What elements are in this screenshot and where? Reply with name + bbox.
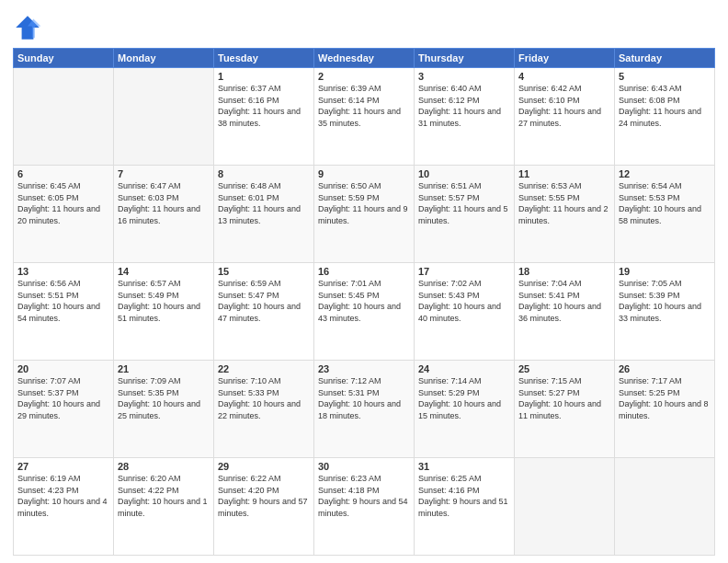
logo-icon [13,13,42,42]
logo [13,13,46,42]
day-number: 12 [619,168,711,179]
day-header-sunday: Sunday [14,49,114,68]
day-number: 28 [118,461,210,472]
calendar-cell: 16Sunrise: 7:01 AM Sunset: 5:45 PM Dayli… [314,263,415,361]
day-info: Sunrise: 6:56 AM Sunset: 5:51 PM Dayligh… [17,278,109,324]
calendar-cell [615,458,715,556]
calendar-cell: 27Sunrise: 6:19 AM Sunset: 4:23 PM Dayli… [14,458,114,556]
day-number: 19 [619,266,711,277]
calendar-cell: 31Sunrise: 6:25 AM Sunset: 4:16 PM Dayli… [415,458,515,556]
day-number: 30 [318,461,410,472]
day-info: Sunrise: 7:04 AM Sunset: 5:41 PM Dayligh… [518,278,610,324]
day-header-tuesday: Tuesday [214,49,314,68]
week-row-3: 13Sunrise: 6:56 AM Sunset: 5:51 PM Dayli… [14,263,715,361]
calendar-cell [114,68,214,166]
day-info: Sunrise: 6:51 AM Sunset: 5:57 PM Dayligh… [418,180,510,226]
calendar-cell: 14Sunrise: 6:57 AM Sunset: 5:49 PM Dayli… [114,263,214,361]
day-header-saturday: Saturday [615,49,715,68]
day-info: Sunrise: 6:19 AM Sunset: 4:23 PM Dayligh… [17,473,109,519]
calendar-cell: 17Sunrise: 7:02 AM Sunset: 5:43 PM Dayli… [415,263,515,361]
calendar-cell: 4Sunrise: 6:42 AM Sunset: 6:10 PM Daylig… [515,68,615,166]
calendar-cell: 28Sunrise: 6:20 AM Sunset: 4:22 PM Dayli… [114,458,214,556]
day-header-friday: Friday [515,49,615,68]
day-number: 21 [118,363,210,374]
day-number: 17 [418,266,510,277]
day-number: 5 [619,71,711,82]
calendar-cell: 15Sunrise: 6:59 AM Sunset: 5:47 PM Dayli… [214,263,314,361]
calendar-cell: 1Sunrise: 6:37 AM Sunset: 6:16 PM Daylig… [214,68,314,166]
day-number: 23 [318,363,410,374]
day-info: Sunrise: 6:23 AM Sunset: 4:18 PM Dayligh… [318,473,410,519]
day-number: 10 [418,168,510,179]
calendar: SundayMondayTuesdayWednesdayThursdayFrid… [13,48,715,556]
week-row-2: 6Sunrise: 6:45 AM Sunset: 6:05 PM Daylig… [14,166,715,263]
calendar-cell: 22Sunrise: 7:10 AM Sunset: 5:33 PM Dayli… [214,361,314,458]
day-number: 15 [218,266,310,277]
day-number: 31 [418,461,510,472]
day-number: 26 [619,363,711,374]
day-info: Sunrise: 7:10 AM Sunset: 5:33 PM Dayligh… [218,375,310,421]
calendar-cell: 7Sunrise: 6:47 AM Sunset: 6:03 PM Daylig… [114,166,214,263]
day-number: 2 [318,71,410,82]
day-info: Sunrise: 6:47 AM Sunset: 6:03 PM Dayligh… [118,180,210,226]
calendar-cell: 25Sunrise: 7:15 AM Sunset: 5:27 PM Dayli… [515,361,615,458]
day-info: Sunrise: 6:42 AM Sunset: 6:10 PM Dayligh… [518,83,610,129]
day-number: 11 [518,168,610,179]
day-info: Sunrise: 7:05 AM Sunset: 5:39 PM Dayligh… [619,278,711,324]
day-info: Sunrise: 7:09 AM Sunset: 5:35 PM Dayligh… [118,375,210,421]
day-number: 22 [218,363,310,374]
day-info: Sunrise: 6:22 AM Sunset: 4:20 PM Dayligh… [218,473,310,519]
calendar-cell: 26Sunrise: 7:17 AM Sunset: 5:25 PM Dayli… [615,361,715,458]
calendar-cell [515,458,615,556]
day-info: Sunrise: 7:02 AM Sunset: 5:43 PM Dayligh… [418,278,510,324]
day-info: Sunrise: 6:48 AM Sunset: 6:01 PM Dayligh… [218,180,310,226]
calendar-cell [14,68,114,166]
day-info: Sunrise: 6:57 AM Sunset: 5:49 PM Dayligh… [118,278,210,324]
calendar-cell: 3Sunrise: 6:40 AM Sunset: 6:12 PM Daylig… [415,68,515,166]
calendar-cell: 30Sunrise: 6:23 AM Sunset: 4:18 PM Dayli… [314,458,415,556]
day-info: Sunrise: 7:15 AM Sunset: 5:27 PM Dayligh… [518,375,610,421]
day-info: Sunrise: 7:12 AM Sunset: 5:31 PM Dayligh… [318,375,410,421]
week-row-4: 20Sunrise: 7:07 AM Sunset: 5:37 PM Dayli… [14,361,715,458]
svg-marker-0 [16,16,40,40]
day-number: 14 [118,266,210,277]
calendar-cell: 21Sunrise: 7:09 AM Sunset: 5:35 PM Dayli… [114,361,214,458]
day-info: Sunrise: 6:39 AM Sunset: 6:14 PM Dayligh… [318,83,410,129]
calendar-cell: 8Sunrise: 6:48 AM Sunset: 6:01 PM Daylig… [214,166,314,263]
day-number: 18 [518,266,610,277]
day-header-monday: Monday [114,49,214,68]
calendar-cell: 13Sunrise: 6:56 AM Sunset: 5:51 PM Dayli… [14,263,114,361]
calendar-cell: 10Sunrise: 6:51 AM Sunset: 5:57 PM Dayli… [415,166,515,263]
day-header-thursday: Thursday [415,49,515,68]
calendar-cell: 24Sunrise: 7:14 AM Sunset: 5:29 PM Dayli… [415,361,515,458]
calendar-cell: 11Sunrise: 6:53 AM Sunset: 5:55 PM Dayli… [515,166,615,263]
day-info: Sunrise: 6:37 AM Sunset: 6:16 PM Dayligh… [218,83,310,129]
day-number: 13 [17,266,109,277]
day-info: Sunrise: 6:43 AM Sunset: 6:08 PM Dayligh… [619,83,711,129]
day-number: 29 [218,461,310,472]
day-number: 24 [418,363,510,374]
day-number: 9 [318,168,410,179]
day-info: Sunrise: 6:20 AM Sunset: 4:22 PM Dayligh… [118,473,210,519]
calendar-header-row: SundayMondayTuesdayWednesdayThursdayFrid… [14,49,715,68]
calendar-cell: 9Sunrise: 6:50 AM Sunset: 5:59 PM Daylig… [314,166,415,263]
calendar-cell: 6Sunrise: 6:45 AM Sunset: 6:05 PM Daylig… [14,166,114,263]
calendar-cell: 2Sunrise: 6:39 AM Sunset: 6:14 PM Daylig… [314,68,415,166]
calendar-cell: 20Sunrise: 7:07 AM Sunset: 5:37 PM Dayli… [14,361,114,458]
day-number: 1 [218,71,310,82]
calendar-cell: 19Sunrise: 7:05 AM Sunset: 5:39 PM Dayli… [615,263,715,361]
day-info: Sunrise: 6:45 AM Sunset: 6:05 PM Dayligh… [17,180,109,226]
week-row-5: 27Sunrise: 6:19 AM Sunset: 4:23 PM Dayli… [14,458,715,556]
calendar-cell: 23Sunrise: 7:12 AM Sunset: 5:31 PM Dayli… [314,361,415,458]
day-number: 4 [518,71,610,82]
day-number: 16 [318,266,410,277]
day-info: Sunrise: 7:01 AM Sunset: 5:45 PM Dayligh… [318,278,410,324]
day-number: 20 [17,363,109,374]
day-info: Sunrise: 7:17 AM Sunset: 5:25 PM Dayligh… [619,375,711,421]
calendar-cell: 29Sunrise: 6:22 AM Sunset: 4:20 PM Dayli… [214,458,314,556]
calendar-cell: 5Sunrise: 6:43 AM Sunset: 6:08 PM Daylig… [615,68,715,166]
week-row-1: 1Sunrise: 6:37 AM Sunset: 6:16 PM Daylig… [14,68,715,166]
day-info: Sunrise: 6:54 AM Sunset: 5:53 PM Dayligh… [619,180,711,226]
day-number: 25 [518,363,610,374]
day-info: Sunrise: 6:59 AM Sunset: 5:47 PM Dayligh… [218,278,310,324]
